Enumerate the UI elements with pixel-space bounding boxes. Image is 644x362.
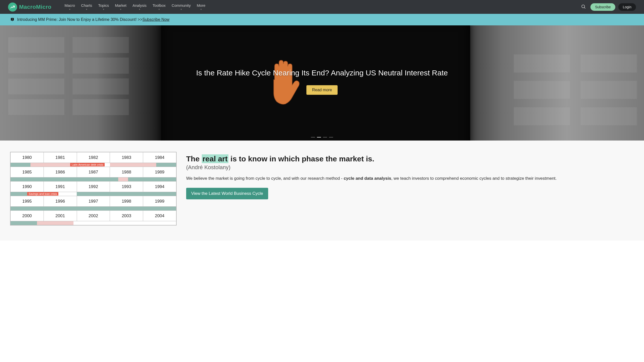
main-header: MacroMicro Macro▼Charts▼Topics▼Market▼An… bbox=[0, 0, 644, 14]
recession-band bbox=[37, 221, 73, 225]
quote-highlight: real art bbox=[202, 154, 228, 163]
nav-item-community[interactable]: Community▼ bbox=[169, 3, 194, 11]
year-cell: 1990 bbox=[11, 182, 44, 192]
svg-rect-4 bbox=[12, 20, 13, 20]
carousel-dot-2[interactable] bbox=[323, 137, 327, 138]
year-cell: 1991 bbox=[44, 182, 77, 192]
carousel-dot-3[interactable] bbox=[329, 137, 333, 138]
cycle-band: Savings and loan crisis bbox=[11, 192, 176, 196]
carousel-dots bbox=[311, 137, 333, 138]
expansion-band bbox=[11, 177, 118, 181]
search-icon bbox=[581, 4, 586, 9]
content-text: The real art is to know in which phase t… bbox=[186, 152, 634, 225]
recession-band bbox=[118, 177, 128, 181]
year-cell: 1982 bbox=[77, 152, 110, 163]
cycle-band bbox=[11, 177, 176, 182]
hero-content: Is the Rate Hike Cycle Nearing Its End? … bbox=[0, 25, 644, 141]
promo-link[interactable]: Subscribe Now bbox=[142, 17, 170, 22]
subscribe-button[interactable]: Subscribe bbox=[590, 3, 615, 11]
body-post: , we teach investors to comprehend econo… bbox=[391, 176, 557, 181]
expansion-band bbox=[128, 177, 176, 181]
year-cell: 1988 bbox=[110, 167, 143, 177]
year-cell: 1985 bbox=[11, 167, 44, 177]
chevron-down-icon: ▼ bbox=[120, 8, 122, 11]
quote-post: is to know in which phase the market is. bbox=[228, 155, 374, 163]
year-cell: 2003 bbox=[110, 211, 143, 221]
year-cell: 1984 bbox=[143, 152, 176, 163]
year-cell: 1981 bbox=[44, 152, 77, 163]
cycle-band bbox=[11, 221, 176, 225]
body-bold: cycle and data analysis bbox=[344, 176, 391, 181]
chevron-down-icon: ▼ bbox=[139, 8, 141, 11]
nav-item-more[interactable]: More▼ bbox=[194, 3, 208, 11]
year-cell: 1983 bbox=[110, 152, 143, 163]
expansion-band bbox=[11, 221, 37, 225]
promo-banner: Introducing MM Prime: Join Now to Enjoy … bbox=[0, 14, 644, 25]
expansion-band bbox=[11, 207, 176, 210]
promo-text: Introducing MM Prime: Join Now to Enjoy … bbox=[17, 17, 170, 22]
chevron-down-icon: ▼ bbox=[86, 8, 88, 11]
expansion-band bbox=[156, 163, 176, 167]
year-cell: 1993 bbox=[110, 182, 143, 192]
year-cell: 1986 bbox=[44, 167, 77, 177]
chevron-down-icon: ▼ bbox=[200, 8, 202, 11]
login-button[interactable]: Login bbox=[618, 3, 636, 11]
header-right: Subscribe Login bbox=[579, 3, 636, 11]
expansion-band bbox=[77, 192, 176, 196]
body-paragraph: We believe the market is going from cycl… bbox=[186, 175, 634, 182]
year-cell: 2001 bbox=[44, 211, 77, 221]
cycle-band: Latin American debt crisis bbox=[11, 163, 176, 167]
chevron-down-icon: ▼ bbox=[103, 8, 105, 11]
quote-pre: The bbox=[186, 155, 202, 163]
logo-icon bbox=[8, 3, 17, 12]
search-button[interactable] bbox=[579, 3, 587, 11]
year-cell: 2000 bbox=[11, 211, 44, 221]
chevron-down-icon: ▼ bbox=[180, 8, 182, 11]
announcement-icon bbox=[10, 17, 15, 22]
nav-item-charts[interactable]: Charts▼ bbox=[78, 3, 95, 11]
read-more-button[interactable]: Read more bbox=[306, 85, 337, 95]
crisis-label: Latin American debt crisis bbox=[70, 163, 105, 166]
year-cell: 2004 bbox=[143, 211, 176, 221]
year-cell: 1995 bbox=[11, 196, 44, 207]
carousel-dot-1[interactable] bbox=[317, 137, 321, 138]
year-cell: 1980 bbox=[11, 152, 44, 163]
nav-item-analysis[interactable]: Analysis▼ bbox=[130, 3, 150, 11]
expansion-band bbox=[11, 192, 27, 196]
logo[interactable]: MacroMicro bbox=[8, 3, 51, 12]
business-cycle-chart: 19801981198219831984Latin American debt … bbox=[10, 152, 177, 225]
cycle-band bbox=[11, 207, 176, 211]
year-cell: 1999 bbox=[143, 196, 176, 207]
recession-band bbox=[110, 163, 156, 167]
content-section: 19801981198219831984Latin American debt … bbox=[0, 141, 644, 241]
view-business-cycle-button[interactable]: View the Latest World Business Cycle bbox=[186, 188, 268, 199]
main-nav: Macro▼Charts▼Topics▼Market▼Analysis▼Tool… bbox=[61, 3, 208, 11]
chevron-down-icon: ▼ bbox=[158, 8, 160, 11]
carousel-dot-0[interactable] bbox=[311, 137, 315, 138]
quote: The real art is to know in which phase t… bbox=[186, 154, 634, 164]
nav-item-market[interactable]: Market▼ bbox=[112, 3, 130, 11]
year-cell: 1987 bbox=[77, 167, 110, 177]
year-cell: 1989 bbox=[143, 167, 176, 177]
year-cell: 1992 bbox=[77, 182, 110, 192]
crisis-label: Savings and loan crisis bbox=[27, 192, 59, 196]
svg-line-1 bbox=[584, 7, 585, 8]
svg-rect-3 bbox=[12, 19, 13, 20]
quote-author: (André Kostolany) bbox=[186, 164, 634, 171]
nav-item-macro[interactable]: Macro▼ bbox=[61, 3, 78, 11]
year-cell: 1998 bbox=[110, 196, 143, 207]
hero-title: Is the Rate Hike Cycle Nearing Its End? … bbox=[196, 69, 448, 77]
promo-message: Introducing MM Prime: Join Now to Enjoy … bbox=[17, 17, 142, 22]
chevron-down-icon: ▼ bbox=[69, 8, 71, 11]
year-cell: 1997 bbox=[77, 196, 110, 207]
nav-item-toolbox[interactable]: Toolbox▼ bbox=[150, 3, 169, 11]
hero-carousel: Is the Rate Hike Cycle Nearing Its End? … bbox=[0, 25, 644, 141]
year-cell: 2002 bbox=[77, 211, 110, 221]
year-cell: 1996 bbox=[44, 196, 77, 207]
year-cell: 1994 bbox=[143, 182, 176, 192]
nav-item-topics[interactable]: Topics▼ bbox=[95, 3, 112, 11]
expansion-band bbox=[11, 163, 30, 167]
body-pre: We believe the market is going from cycl… bbox=[186, 176, 344, 181]
logo-text: MacroMicro bbox=[19, 4, 51, 10]
